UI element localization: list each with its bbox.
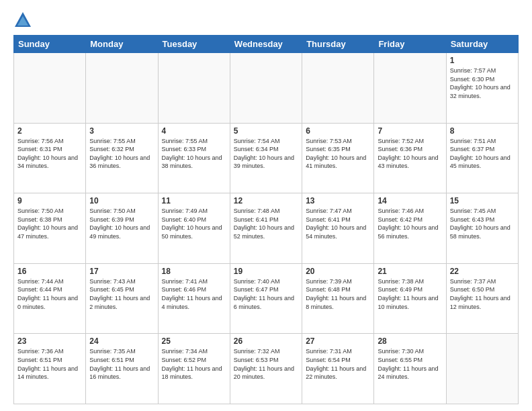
logo-icon: [13, 11, 32, 30]
calendar-body: 1Sunrise: 7:57 AM Sunset: 6:30 PM Daylig…: [14, 53, 519, 404]
day-info: Sunrise: 7:55 AM Sunset: 6:33 PM Dayligh…: [162, 137, 226, 171]
day-info: Sunrise: 7:51 AM Sunset: 6:37 PM Dayligh…: [450, 137, 515, 171]
week-row-2: 9Sunrise: 7:50 AM Sunset: 6:38 PM Daylig…: [14, 193, 519, 264]
day-number: 23: [17, 336, 82, 346]
calendar-cell: 20Sunrise: 7:39 AM Sunset: 6:48 PM Dayli…: [302, 263, 374, 334]
calendar-cell: 4Sunrise: 7:55 AM Sunset: 6:33 PM Daylig…: [158, 123, 230, 193]
day-number: 28: [378, 336, 442, 346]
weekday-sunday: Sunday: [14, 36, 86, 53]
day-number: 13: [306, 196, 370, 205]
calendar-cell: 21Sunrise: 7:38 AM Sunset: 6:49 PM Dayli…: [374, 263, 446, 334]
day-info: Sunrise: 7:45 AM Sunset: 6:43 PM Dayligh…: [450, 207, 515, 240]
day-info: Sunrise: 7:44 AM Sunset: 6:44 PM Dayligh…: [17, 277, 82, 311]
calendar-cell: 3Sunrise: 7:55 AM Sunset: 6:32 PM Daylig…: [86, 123, 158, 193]
day-info: Sunrise: 7:46 AM Sunset: 6:42 PM Dayligh…: [378, 207, 442, 240]
calendar-cell: 7Sunrise: 7:52 AM Sunset: 6:36 PM Daylig…: [374, 123, 446, 193]
calendar-header: SundayMondayTuesdayWednesdayThursdayFrid…: [14, 36, 519, 53]
day-number: 7: [378, 126, 442, 136]
day-info: Sunrise: 7:37 AM Sunset: 6:50 PM Dayligh…: [450, 277, 515, 311]
calendar-cell: [302, 53, 374, 124]
calendar-cell: 16Sunrise: 7:44 AM Sunset: 6:44 PM Dayli…: [14, 263, 86, 334]
weekday-wednesday: Wednesday: [230, 36, 302, 53]
day-info: Sunrise: 7:56 AM Sunset: 6:31 PM Dayligh…: [17, 137, 82, 171]
header: [13, 11, 519, 30]
day-number: 19: [234, 267, 298, 276]
day-number: 4: [162, 126, 226, 136]
day-info: Sunrise: 7:47 AM Sunset: 6:41 PM Dayligh…: [306, 207, 370, 240]
calendar-cell: 17Sunrise: 7:43 AM Sunset: 6:45 PM Dayli…: [86, 263, 158, 334]
weekday-saturday: Saturday: [446, 36, 518, 53]
day-info: Sunrise: 7:32 AM Sunset: 6:53 PM Dayligh…: [234, 347, 298, 381]
weekday-tuesday: Tuesday: [158, 36, 230, 53]
day-number: 22: [450, 267, 515, 276]
day-number: 1: [450, 56, 515, 65]
calendar-cell: 5Sunrise: 7:54 AM Sunset: 6:34 PM Daylig…: [230, 123, 302, 193]
day-info: Sunrise: 7:52 AM Sunset: 6:36 PM Dayligh…: [378, 137, 442, 171]
week-row-3: 16Sunrise: 7:44 AM Sunset: 6:44 PM Dayli…: [14, 263, 519, 334]
week-row-0: 1Sunrise: 7:57 AM Sunset: 6:30 PM Daylig…: [14, 53, 519, 124]
calendar-cell: [446, 334, 518, 404]
calendar-cell: [14, 53, 86, 124]
day-number: 5: [234, 126, 298, 136]
day-number: 2: [17, 126, 82, 136]
calendar-cell: [86, 53, 158, 124]
calendar-cell: 27Sunrise: 7:31 AM Sunset: 6:54 PM Dayli…: [302, 334, 374, 404]
day-number: 12: [234, 196, 298, 205]
calendar-table: SundayMondayTuesdayWednesdayThursdayFrid…: [13, 35, 519, 404]
day-number: 15: [450, 196, 515, 205]
day-number: 9: [17, 196, 82, 205]
logo: [13, 11, 35, 30]
weekday-header-row: SundayMondayTuesdayWednesdayThursdayFrid…: [14, 36, 519, 53]
day-info: Sunrise: 7:31 AM Sunset: 6:54 PM Dayligh…: [306, 347, 370, 381]
calendar-cell: 6Sunrise: 7:53 AM Sunset: 6:35 PM Daylig…: [302, 123, 374, 193]
calendar-cell: 26Sunrise: 7:32 AM Sunset: 6:53 PM Dayli…: [230, 334, 302, 404]
day-number: 16: [17, 267, 82, 276]
day-number: 11: [162, 196, 226, 205]
day-number: 21: [378, 267, 442, 276]
calendar-cell: 1Sunrise: 7:57 AM Sunset: 6:30 PM Daylig…: [446, 53, 518, 124]
calendar-cell: 19Sunrise: 7:40 AM Sunset: 6:47 PM Dayli…: [230, 263, 302, 334]
calendar-cell: 2Sunrise: 7:56 AM Sunset: 6:31 PM Daylig…: [14, 123, 86, 193]
day-number: 6: [306, 126, 370, 136]
calendar-cell: [230, 53, 302, 124]
calendar-cell: 13Sunrise: 7:47 AM Sunset: 6:41 PM Dayli…: [302, 193, 374, 264]
day-number: 20: [306, 267, 370, 276]
day-number: 3: [89, 126, 154, 136]
weekday-friday: Friday: [374, 36, 446, 53]
calendar-cell: 25Sunrise: 7:34 AM Sunset: 6:52 PM Dayli…: [158, 334, 230, 404]
calendar-cell: 14Sunrise: 7:46 AM Sunset: 6:42 PM Dayli…: [374, 193, 446, 264]
day-number: 8: [450, 126, 515, 136]
day-number: 17: [89, 267, 154, 276]
calendar-cell: [158, 53, 230, 124]
day-number: 10: [89, 196, 154, 205]
calendar-cell: 24Sunrise: 7:35 AM Sunset: 6:51 PM Dayli…: [86, 334, 158, 404]
calendar-cell: 18Sunrise: 7:41 AM Sunset: 6:46 PM Dayli…: [158, 263, 230, 334]
day-info: Sunrise: 7:39 AM Sunset: 6:48 PM Dayligh…: [306, 277, 370, 311]
weekday-monday: Monday: [86, 36, 158, 53]
weekday-thursday: Thursday: [302, 36, 374, 53]
day-info: Sunrise: 7:48 AM Sunset: 6:41 PM Dayligh…: [234, 207, 298, 240]
day-info: Sunrise: 7:41 AM Sunset: 6:46 PM Dayligh…: [162, 277, 226, 311]
calendar-cell: 15Sunrise: 7:45 AM Sunset: 6:43 PM Dayli…: [446, 193, 518, 264]
calendar-cell: 12Sunrise: 7:48 AM Sunset: 6:41 PM Dayli…: [230, 193, 302, 264]
day-info: Sunrise: 7:55 AM Sunset: 6:32 PM Dayligh…: [89, 137, 154, 171]
day-info: Sunrise: 7:57 AM Sunset: 6:30 PM Dayligh…: [450, 66, 515, 100]
calendar-cell: 8Sunrise: 7:51 AM Sunset: 6:37 PM Daylig…: [446, 123, 518, 193]
day-number: 27: [306, 336, 370, 346]
day-info: Sunrise: 7:53 AM Sunset: 6:35 PM Dayligh…: [306, 137, 370, 171]
day-info: Sunrise: 7:50 AM Sunset: 6:38 PM Dayligh…: [17, 207, 82, 240]
day-info: Sunrise: 7:34 AM Sunset: 6:52 PM Dayligh…: [162, 347, 226, 381]
day-info: Sunrise: 7:54 AM Sunset: 6:34 PM Dayligh…: [234, 137, 298, 171]
week-row-1: 2Sunrise: 7:56 AM Sunset: 6:31 PM Daylig…: [14, 123, 519, 193]
week-row-4: 23Sunrise: 7:36 AM Sunset: 6:51 PM Dayli…: [14, 334, 519, 404]
calendar-cell: 28Sunrise: 7:30 AM Sunset: 6:55 PM Dayli…: [374, 334, 446, 404]
day-info: Sunrise: 7:38 AM Sunset: 6:49 PM Dayligh…: [378, 277, 442, 311]
day-info: Sunrise: 7:35 AM Sunset: 6:51 PM Dayligh…: [89, 347, 154, 381]
day-info: Sunrise: 7:30 AM Sunset: 6:55 PM Dayligh…: [378, 347, 442, 381]
page: SundayMondayTuesdayWednesdayThursdayFrid…: [0, 0, 532, 411]
day-number: 14: [378, 196, 442, 205]
calendar-cell: 10Sunrise: 7:50 AM Sunset: 6:39 PM Dayli…: [86, 193, 158, 264]
day-info: Sunrise: 7:50 AM Sunset: 6:39 PM Dayligh…: [89, 207, 154, 240]
day-info: Sunrise: 7:43 AM Sunset: 6:45 PM Dayligh…: [89, 277, 154, 311]
calendar-cell: 22Sunrise: 7:37 AM Sunset: 6:50 PM Dayli…: [446, 263, 518, 334]
